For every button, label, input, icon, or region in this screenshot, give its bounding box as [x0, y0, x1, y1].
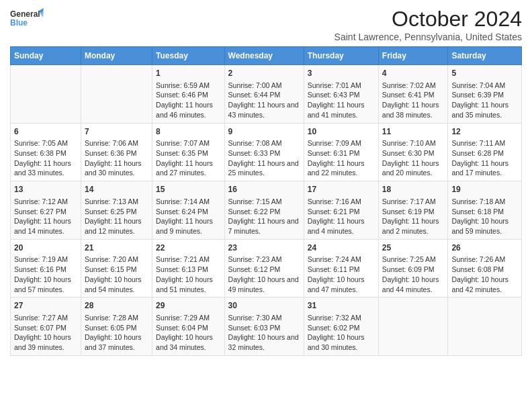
page-title: October 2024 [335, 7, 522, 32]
cell-content: Sunrise: 6:59 AM Sunset: 6:46 PM Dayligh… [156, 81, 221, 120]
logo-svg: General Blue [10, 7, 44, 31]
page-subtitle: Saint Lawrence, Pennsylvania, United Sta… [335, 32, 522, 42]
day-number: 7 [85, 126, 148, 138]
calendar-cell: 20Sunrise: 7:19 AM Sunset: 6:16 PM Dayli… [11, 239, 81, 298]
calendar-cell: 30Sunrise: 7:30 AM Sunset: 6:03 PM Dayli… [224, 298, 304, 356]
day-number: 26 [451, 242, 518, 254]
cell-content: Sunrise: 7:30 AM Sunset: 6:03 PM Dayligh… [228, 313, 300, 353]
cell-content: Sunrise: 7:06 AM Sunset: 6:36 PM Dayligh… [85, 138, 148, 178]
cell-content: Sunrise: 7:24 AM Sunset: 6:11 PM Dayligh… [308, 255, 375, 294]
col-tuesday: Tuesday [152, 47, 225, 65]
cell-content: Sunrise: 7:07 AM Sunset: 6:35 PM Dayligh… [156, 138, 221, 178]
cell-content: Sunrise: 7:00 AM Sunset: 6:44 PM Dayligh… [228, 81, 300, 120]
col-saturday: Saturday [448, 47, 522, 65]
calendar-cell: 22Sunrise: 7:21 AM Sunset: 6:13 PM Dayli… [152, 239, 225, 298]
day-number: 17 [308, 184, 375, 195]
day-number: 4 [382, 68, 445, 79]
calendar-cell: 12Sunrise: 7:11 AM Sunset: 6:28 PM Dayli… [448, 123, 522, 181]
cell-content: Sunrise: 7:02 AM Sunset: 6:41 PM Dayligh… [382, 81, 445, 120]
title-area: October 2024 Saint Lawrence, Pennsylvani… [335, 7, 522, 42]
calendar-cell: 21Sunrise: 7:20 AM Sunset: 6:15 PM Dayli… [81, 239, 152, 298]
col-sunday: Sunday [11, 47, 81, 65]
calendar-cell [378, 298, 448, 356]
calendar-cell [448, 298, 522, 356]
calendar-body: 1Sunrise: 6:59 AM Sunset: 6:46 PM Daylig… [11, 65, 522, 356]
cell-content: Sunrise: 7:09 AM Sunset: 6:31 PM Dayligh… [308, 138, 375, 178]
calendar-cell: 2Sunrise: 7:00 AM Sunset: 6:44 PM Daylig… [224, 65, 304, 124]
calendar-cell: 1Sunrise: 6:59 AM Sunset: 6:46 PM Daylig… [152, 65, 225, 124]
day-number: 6 [14, 126, 77, 138]
day-number: 14 [85, 184, 148, 195]
day-number: 11 [382, 126, 445, 138]
day-number: 9 [228, 126, 300, 138]
cell-content: Sunrise: 7:16 AM Sunset: 6:21 PM Dayligh… [308, 197, 375, 236]
col-wednesday: Wednesday [224, 47, 304, 65]
calendar-cell: 5Sunrise: 7:04 AM Sunset: 6:39 PM Daylig… [448, 65, 522, 124]
week-row-2: 6Sunrise: 7:05 AM Sunset: 6:38 PM Daylig… [11, 123, 522, 181]
day-number: 29 [156, 300, 221, 312]
day-number: 20 [14, 242, 77, 254]
calendar-cell: 9Sunrise: 7:08 AM Sunset: 6:33 PM Daylig… [224, 123, 304, 181]
cell-content: Sunrise: 7:29 AM Sunset: 6:04 PM Dayligh… [156, 313, 221, 353]
week-row-1: 1Sunrise: 6:59 AM Sunset: 6:46 PM Daylig… [11, 65, 522, 124]
cell-content: Sunrise: 7:12 AM Sunset: 6:27 PM Dayligh… [14, 197, 77, 236]
day-number: 27 [14, 300, 77, 312]
week-row-5: 27Sunrise: 7:27 AM Sunset: 6:07 PM Dayli… [11, 298, 522, 356]
cell-content: Sunrise: 7:21 AM Sunset: 6:13 PM Dayligh… [156, 255, 221, 294]
calendar-cell: 18Sunrise: 7:17 AM Sunset: 6:19 PM Dayli… [378, 181, 448, 240]
cell-content: Sunrise: 7:20 AM Sunset: 6:15 PM Dayligh… [85, 255, 148, 294]
calendar-cell: 26Sunrise: 7:26 AM Sunset: 6:08 PM Dayli… [448, 239, 522, 298]
header: General Blue October 2024 Saint Lawrence… [10, 7, 522, 42]
col-friday: Friday [378, 47, 448, 65]
calendar-cell: 10Sunrise: 7:09 AM Sunset: 6:31 PM Dayli… [304, 123, 378, 181]
calendar-cell: 8Sunrise: 7:07 AM Sunset: 6:35 PM Daylig… [152, 123, 225, 181]
day-number: 23 [228, 242, 300, 254]
calendar-cell: 25Sunrise: 7:25 AM Sunset: 6:09 PM Dayli… [378, 239, 448, 298]
calendar-cell: 15Sunrise: 7:14 AM Sunset: 6:24 PM Dayli… [152, 181, 225, 240]
day-number: 3 [308, 68, 375, 79]
calendar-cell [81, 65, 152, 124]
cell-content: Sunrise: 7:14 AM Sunset: 6:24 PM Dayligh… [156, 197, 221, 236]
calendar-cell: 24Sunrise: 7:24 AM Sunset: 6:11 PM Dayli… [304, 239, 378, 298]
cell-content: Sunrise: 7:27 AM Sunset: 6:07 PM Dayligh… [14, 313, 77, 353]
calendar-cell: 13Sunrise: 7:12 AM Sunset: 6:27 PM Dayli… [11, 181, 81, 240]
day-number: 8 [156, 126, 221, 138]
week-row-4: 20Sunrise: 7:19 AM Sunset: 6:16 PM Dayli… [11, 239, 522, 298]
day-number: 30 [228, 300, 300, 312]
cell-content: Sunrise: 7:15 AM Sunset: 6:22 PM Dayligh… [228, 197, 300, 236]
day-number: 12 [451, 126, 518, 138]
svg-text:Blue: Blue [10, 18, 28, 28]
day-number: 1 [156, 68, 221, 79]
calendar-cell: 6Sunrise: 7:05 AM Sunset: 6:38 PM Daylig… [11, 123, 81, 181]
cell-content: Sunrise: 7:10 AM Sunset: 6:30 PM Dayligh… [382, 138, 445, 178]
cell-content: Sunrise: 7:18 AM Sunset: 6:18 PM Dayligh… [451, 197, 518, 236]
cell-content: Sunrise: 7:17 AM Sunset: 6:19 PM Dayligh… [382, 197, 445, 236]
calendar-cell [11, 65, 81, 124]
day-number: 18 [382, 184, 445, 195]
day-number: 5 [451, 68, 518, 79]
calendar-cell: 3Sunrise: 7:01 AM Sunset: 6:43 PM Daylig… [304, 65, 378, 124]
calendar-cell: 23Sunrise: 7:23 AM Sunset: 6:12 PM Dayli… [224, 239, 304, 298]
cell-content: Sunrise: 7:19 AM Sunset: 6:16 PM Dayligh… [14, 255, 77, 294]
day-number: 10 [308, 126, 375, 138]
cell-content: Sunrise: 7:13 AM Sunset: 6:25 PM Dayligh… [85, 197, 148, 236]
logo: General Blue [10, 7, 44, 31]
calendar-cell: 7Sunrise: 7:06 AM Sunset: 6:36 PM Daylig… [81, 123, 152, 181]
calendar-cell: 11Sunrise: 7:10 AM Sunset: 6:30 PM Dayli… [378, 123, 448, 181]
calendar-cell: 28Sunrise: 7:28 AM Sunset: 6:05 PM Dayli… [81, 298, 152, 356]
day-number: 22 [156, 242, 221, 254]
calendar-cell: 31Sunrise: 7:32 AM Sunset: 6:02 PM Dayli… [304, 298, 378, 356]
cell-content: Sunrise: 7:08 AM Sunset: 6:33 PM Dayligh… [228, 138, 300, 178]
col-monday: Monday [81, 47, 152, 65]
calendar-cell: 14Sunrise: 7:13 AM Sunset: 6:25 PM Dayli… [81, 181, 152, 240]
day-number: 31 [308, 300, 375, 312]
cell-content: Sunrise: 7:28 AM Sunset: 6:05 PM Dayligh… [85, 313, 148, 353]
calendar-cell: 19Sunrise: 7:18 AM Sunset: 6:18 PM Dayli… [448, 181, 522, 240]
cell-content: Sunrise: 7:23 AM Sunset: 6:12 PM Dayligh… [228, 255, 300, 294]
day-number: 25 [382, 242, 445, 254]
cell-content: Sunrise: 7:01 AM Sunset: 6:43 PM Dayligh… [308, 81, 375, 120]
cell-content: Sunrise: 7:32 AM Sunset: 6:02 PM Dayligh… [308, 313, 375, 353]
day-number: 21 [85, 242, 148, 254]
day-number: 2 [228, 68, 300, 79]
header-row: Sunday Monday Tuesday Wednesday Thursday… [11, 47, 522, 65]
